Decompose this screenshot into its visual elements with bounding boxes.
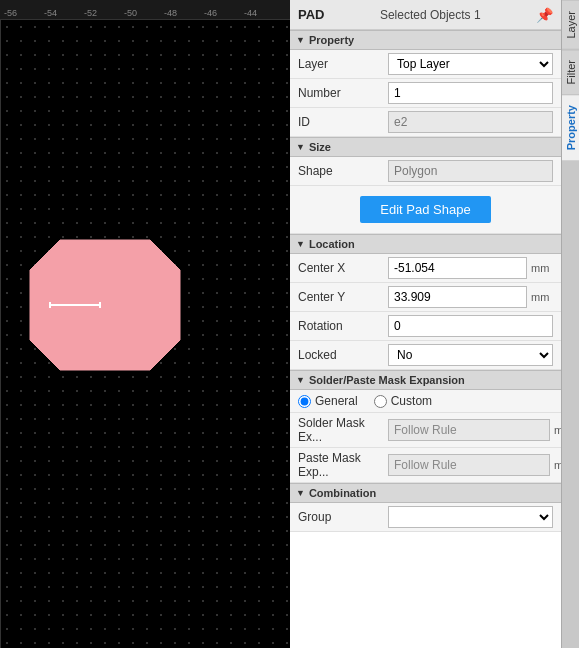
paste-mask-unit: mm [554, 459, 561, 471]
ruler-left [0, 20, 1, 648]
general-radio-item[interactable]: General [298, 394, 358, 408]
ruler-mark: -52 [84, 8, 97, 18]
combination-section-label: Combination [309, 487, 376, 499]
paste-mask-row: Paste Mask Exp... mm [290, 448, 561, 483]
ruler-top: -56 -54 -52 -50 -48 -46 -44 [0, 0, 290, 20]
tab-layer[interactable]: Layer [562, 0, 579, 49]
edit-btn-row: Edit Pad Shape [290, 186, 561, 234]
tab-property[interactable]: Property [562, 94, 579, 160]
id-value-container [388, 111, 553, 133]
property-section-label: Property [309, 34, 354, 46]
center-x-unit: mm [531, 262, 553, 274]
rotation-row: Rotation [290, 312, 561, 341]
layer-row: Layer Top Layer Bottom Layer Inner Layer… [290, 50, 561, 79]
group-label: Group [298, 510, 388, 524]
pin-icon[interactable]: 📌 [536, 7, 553, 23]
solder-mask-input [388, 419, 550, 441]
center-x-input[interactable] [388, 257, 527, 279]
number-row: Number [290, 79, 561, 108]
solder-arrow-icon: ▼ [296, 375, 305, 385]
combination-arrow-icon: ▼ [296, 488, 305, 498]
panel-title: PAD [298, 7, 324, 22]
center-y-input[interactable] [388, 286, 527, 308]
number-value-container[interactable] [388, 82, 553, 104]
general-radio[interactable] [298, 395, 311, 408]
property-section-header[interactable]: ▼ Property [290, 30, 561, 50]
ruler-mark: -48 [164, 8, 177, 18]
solder-mask-unit: mm [554, 424, 561, 436]
combination-section-header[interactable]: ▼ Combination [290, 483, 561, 503]
id-label: ID [298, 115, 388, 129]
locked-select[interactable]: No Yes [388, 344, 553, 366]
edit-pad-shape-button[interactable]: Edit Pad Shape [360, 196, 490, 223]
size-arrow-icon: ▼ [296, 142, 305, 152]
layer-value-container[interactable]: Top Layer Bottom Layer Inner Layer 1 [388, 53, 553, 75]
location-arrow-icon: ▼ [296, 239, 305, 249]
rotation-label: Rotation [298, 319, 388, 333]
paste-mask-input [388, 454, 550, 476]
number-input[interactable] [388, 82, 553, 104]
locked-row: Locked No Yes [290, 341, 561, 370]
location-section-header[interactable]: ▼ Location [290, 234, 561, 254]
ruler-mark: -56 [4, 8, 17, 18]
custom-radio-label: Custom [391, 394, 432, 408]
panel-info: Selected Objects 1 [380, 8, 481, 22]
center-x-row: Center X mm [290, 254, 561, 283]
panel-container: PAD Selected Objects 1 📌 ▼ Property Laye… [290, 0, 579, 648]
paste-mask-label: Paste Mask Exp... [298, 451, 388, 479]
shape-label: Shape [298, 164, 388, 178]
location-section-label: Location [309, 238, 355, 250]
center-y-label: Center Y [298, 290, 388, 304]
id-input [388, 111, 553, 133]
size-section-label: Size [309, 141, 331, 153]
pad-shape [20, 220, 200, 393]
solder-section-header[interactable]: ▼ Solder/Paste Mask Expansion [290, 370, 561, 390]
locked-value-container[interactable]: No Yes [388, 344, 553, 366]
canvas-area[interactable]: -56 -54 -52 -50 -48 -46 -44 [0, 0, 290, 648]
custom-radio[interactable] [374, 395, 387, 408]
panel-content: PAD Selected Objects 1 📌 ▼ Property Laye… [290, 0, 561, 648]
center-x-value-container[interactable]: mm [388, 257, 553, 279]
panel-header: PAD Selected Objects 1 📌 [290, 0, 561, 30]
shape-value: Polygon [388, 160, 553, 182]
center-y-row: Center Y mm [290, 283, 561, 312]
solder-mask-label: Solder Mask Ex... [298, 416, 388, 444]
custom-radio-item[interactable]: Custom [374, 394, 432, 408]
center-y-value-container[interactable]: mm [388, 286, 553, 308]
tab-filter[interactable]: Filter [562, 49, 579, 94]
group-row: Group [290, 503, 561, 532]
center-y-unit: mm [531, 291, 553, 303]
solder-mask-row: Solder Mask Ex... mm [290, 413, 561, 448]
vtabs-bar: Layer Filter Property [561, 0, 579, 648]
layer-label: Layer [298, 57, 388, 71]
center-x-label: Center X [298, 261, 388, 275]
locked-label: Locked [298, 348, 388, 362]
shape-row: Shape Polygon [290, 157, 561, 186]
layer-select[interactable]: Top Layer Bottom Layer Inner Layer 1 [388, 53, 553, 75]
arrow-icon: ▼ [296, 35, 305, 45]
ruler-mark: -44 [244, 8, 257, 18]
ruler-mark: -54 [44, 8, 57, 18]
number-label: Number [298, 86, 388, 100]
group-value-container[interactable] [388, 506, 553, 528]
size-section-header[interactable]: ▼ Size [290, 137, 561, 157]
radio-row: General Custom [290, 390, 561, 413]
rotation-value-container[interactable] [388, 315, 553, 337]
ruler-mark: -46 [204, 8, 217, 18]
general-radio-label: General [315, 394, 358, 408]
id-row: ID [290, 108, 561, 137]
group-select[interactable] [388, 506, 553, 528]
rotation-input[interactable] [388, 315, 553, 337]
ruler-mark: -50 [124, 8, 137, 18]
solder-section-label: Solder/Paste Mask Expansion [309, 374, 465, 386]
